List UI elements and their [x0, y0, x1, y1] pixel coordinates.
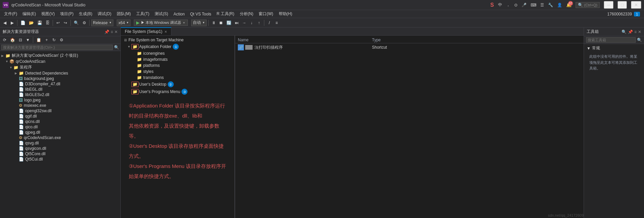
platform-dropdown[interactable]: x64 ▼: [117, 19, 130, 26]
fs-application-folder[interactable]: ▼ 📁 Application Folder ①: [121, 43, 234, 50]
menu-file[interactable]: 文件(F): [1, 10, 20, 17]
menu-view[interactable]: 视图(V): [39, 10, 57, 17]
debug-btn-4[interactable]: ⏭: [233, 20, 240, 26]
tree-item-msiexec[interactable]: ⚙ msiexec.exe: [0, 103, 120, 108]
close-button[interactable]: ✕: [631, 1, 641, 9]
forward-button[interactable]: ▶: [9, 20, 15, 26]
debug-btn-1[interactable]: ⏸: [210, 20, 217, 26]
menu-team[interactable]: 团队(M): [114, 10, 133, 17]
menu-qtvs[interactable]: Qt VS Tools: [187, 11, 214, 17]
new-button[interactable]: 📄: [19, 20, 27, 26]
maximize-button[interactable]: □: [618, 1, 627, 9]
fs-iconengines[interactable]: 📁 iconengines: [121, 50, 234, 56]
tree-item-qrcode-exe[interactable]: ⚙ qrCodeAndScan.exe: [0, 135, 120, 140]
run-button[interactable]: ▶ ▶ 本地 Windows 调试器 ▼: [134, 19, 188, 26]
debug-btn-8[interactable]: /: [266, 20, 273, 26]
panel-menu-icon[interactable]: ≡: [111, 30, 113, 34]
debug-btn-9[interactable]: ≡: [273, 20, 280, 26]
tree-item-qt5core[interactable]: 📄 Qt5Core.dll: [0, 151, 120, 157]
menu-rtool[interactable]: R 工具(R): [214, 10, 237, 17]
installer-label: 装程序: [20, 64, 32, 70]
menu-test[interactable]: 测试(S): [152, 10, 171, 17]
se-filter-btn[interactable]: ▼: [24, 37, 31, 43]
open-button[interactable]: 📂: [28, 20, 35, 26]
fs-programs-menu[interactable]: 📁 User's Programs Menu ③: [121, 88, 234, 95]
tree-item-qgif[interactable]: 📄 qgif.dll: [0, 114, 120, 119]
fs-styles[interactable]: 📁 styles: [121, 69, 234, 75]
menu-project[interactable]: 项目(P): [57, 10, 76, 17]
close-panel-icon[interactable]: ✕: [114, 30, 118, 34]
save-button[interactable]: 💾: [36, 20, 44, 26]
automation-dropdown[interactable]: 自动 ▼: [191, 19, 207, 26]
back-button[interactable]: ◀: [1, 20, 8, 26]
menu-help[interactable]: 帮助(H): [276, 10, 295, 17]
undo-button[interactable]: ↩: [55, 20, 61, 26]
tree-item-d3d[interactable]: 📄 D3Dcompiler_47.dll: [0, 81, 120, 87]
fs-imageformats[interactable]: 📁 imageformats: [121, 56, 234, 62]
debug-btn-3[interactable]: 🔄: [225, 20, 233, 26]
debug-btn-5[interactable]: →: [241, 20, 248, 26]
tree-item-qicns[interactable]: 📄 qicns.dll: [0, 119, 120, 124]
menu-tools[interactable]: 工具(T): [133, 10, 152, 17]
menu-edit[interactable]: 编辑(E): [20, 10, 39, 17]
toolbox-menu-icon[interactable]: ≡: [634, 30, 637, 34]
tree-item-logo[interactable]: 🖼 logo.jpeg: [0, 97, 120, 103]
toolbox-search-icon[interactable]: 🔍: [622, 30, 627, 34]
toolbox-section-header[interactable]: ▼ 常规: [587, 45, 641, 51]
tree-item-libgles[interactable]: 📄 libGLESv2.dll: [0, 92, 120, 97]
tree-installer[interactable]: ▼ 📁 装程序: [0, 64, 120, 71]
notification-badge[interactable]: 🔔 37: [566, 2, 572, 7]
se-collapse-btn[interactable]: ⊟: [17, 37, 24, 43]
tree-item-opengl[interactable]: 📄 opengl32sw.dll: [0, 108, 120, 114]
tree-item-background-jpeg[interactable]: 🖼 background.jpeg: [0, 76, 120, 81]
solution-search-input[interactable]: [1, 45, 113, 50]
toolbox-search-input[interactable]: [586, 37, 636, 43]
se-properties-btn[interactable]: 📋: [35, 37, 43, 43]
fs-users-desktop[interactable]: 📁 User's Desktop ②: [121, 81, 234, 88]
se-home-btn[interactable]: 🏠: [9, 37, 16, 43]
se-settings2-btn[interactable]: ⚙: [58, 37, 65, 43]
debug-btn-6[interactable]: ↓: [248, 20, 255, 26]
settings-button[interactable]: ⚙: [81, 20, 88, 26]
tab-filesystem[interactable]: File System (Setup1) ✕: [121, 27, 171, 35]
shortcut-icon: 🔗: [238, 44, 244, 50]
debug-btn-2[interactable]: ⏹: [218, 20, 224, 26]
menu-action[interactable]: Action: [171, 11, 187, 17]
watermark: sdn.net/qq_24172609: [548, 213, 584, 217]
tree-item-qt5cui[interactable]: 📄 Qt5Cui.dll: [0, 157, 120, 162]
tree-item-qico[interactable]: 📄 qico.dll: [0, 124, 120, 130]
fs-menu-label: User's Programs Menu: [139, 89, 180, 94]
fs-table-row[interactable]: 🔗 沇打印扫描程序 Shortcut: [235, 43, 584, 51]
tree-item-libegl[interactable]: 📄 libEGL.dll: [0, 87, 120, 92]
tree-item-qsvg[interactable]: 📄 qsvg.dll: [0, 140, 120, 146]
find-button[interactable]: 🔍: [72, 20, 80, 26]
tree-item-detected-deps[interactable]: ▶ 📁 Detected Dependencies: [0, 71, 120, 76]
tree-item-qsvgicon[interactable]: 📄 qsvgicon.dll: [0, 146, 120, 151]
global-search-box[interactable]: 🔍 (Ctrl+Q): [576, 2, 600, 8]
qt5cui-icon: 📄: [19, 157, 24, 162]
tree-solution[interactable]: ▶ 📁 解决方案'qrCodeAndScan' (2 个项目): [0, 52, 120, 59]
fs-translations[interactable]: 📁 translations: [121, 75, 234, 81]
menu-window[interactable]: 窗口(W): [256, 10, 276, 17]
menu-analyze[interactable]: 分析(N): [237, 10, 256, 17]
fs-root[interactable]: 🖥 File System on Target Machine: [121, 37, 234, 43]
tree-item-qjpeg[interactable]: 📄 qjpeg.dll: [0, 130, 120, 135]
d3d-icon: 📄: [19, 82, 24, 86]
toolbox-section-arrow-icon: ▼: [587, 46, 591, 51]
debug-btn-7[interactable]: ↑: [256, 20, 262, 26]
tab-close-icon[interactable]: ✕: [164, 30, 167, 34]
se-add-btn[interactable]: +: [43, 37, 50, 43]
toolbox-close-icon[interactable]: ✕: [638, 30, 641, 34]
minimize-button[interactable]: ─: [604, 1, 613, 9]
se-sync-btn[interactable]: ⟳: [1, 37, 8, 43]
se-refresh-btn[interactable]: ↻: [51, 37, 57, 43]
menu-build[interactable]: 生成(B): [76, 10, 95, 17]
menu-debug[interactable]: 调试(D): [95, 10, 114, 17]
redo-button[interactable]: ↪: [62, 20, 69, 26]
pin-icon[interactable]: 📌: [104, 30, 109, 34]
configuration-dropdown[interactable]: Release ▼: [91, 19, 113, 26]
fs-platforms[interactable]: 📁 platforms: [121, 62, 234, 69]
save-all-button[interactable]: 🗄: [44, 20, 51, 26]
toolbox-pin-icon[interactable]: 📌: [628, 30, 633, 34]
tree-project[interactable]: ▼ 📦 qrCodeAndScan: [0, 59, 120, 64]
